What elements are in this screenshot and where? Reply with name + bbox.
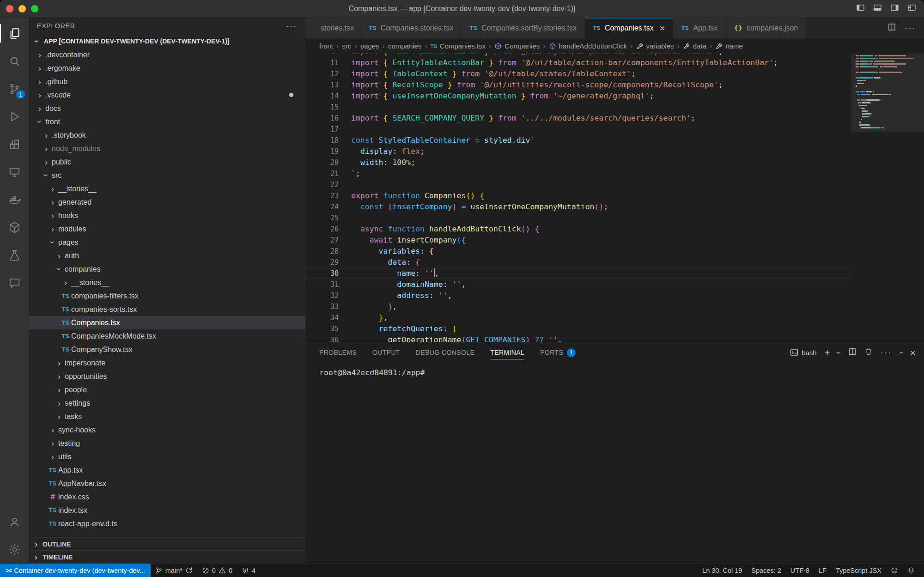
tree-item[interactable]: TSCompanyShow.tsx — [29, 343, 305, 356]
tree-item[interactable]: ›.devcontainer — [29, 48, 305, 61]
tree-item[interactable]: TSCompanies.tsx — [29, 316, 305, 329]
terminal-output[interactable]: root@0a42ecd84891:/app# — [305, 363, 924, 563]
remote-explorer-icon[interactable] — [0, 158, 29, 186]
editor-tab[interactable]: TSCompanies.sortBy.stories.tsx — [462, 18, 585, 38]
tree-item[interactable]: ›pages — [29, 236, 305, 249]
toggle-panel-icon[interactable] — [873, 3, 882, 14]
tree-item[interactable]: #index.css — [29, 490, 305, 504]
breadcrumb-item[interactable]: src — [342, 42, 351, 50]
explorer-section-header[interactable]: › APP [CONTAINER DEV-TWENTY-DEV (DEV-TWE… — [29, 34, 305, 48]
breadcrumb-item[interactable]: handleAddButtonClick — [549, 42, 627, 50]
tree-item[interactable]: ›tasks — [29, 410, 305, 423]
panel-tab-problems[interactable]: PROBLEMS — [319, 342, 357, 363]
editor-tab[interactable]: TSCompanies.stories.tsx — [361, 18, 462, 38]
tree-item[interactable]: ›node_modules — [29, 142, 305, 155]
editor-tab[interactable]: {}companies.json — [726, 18, 807, 38]
tree-item[interactable]: ›opportunities — [29, 370, 305, 383]
run-and-debug-icon[interactable] — [0, 103, 29, 130]
editor-tab[interactable]: TSApp.tsx — [673, 18, 726, 38]
tree-item[interactable]: ›.vscode — [29, 88, 305, 102]
tree-item[interactable]: ›docs — [29, 102, 305, 115]
tree-item[interactable]: ›companies — [29, 262, 305, 276]
minimap[interactable] — [851, 54, 924, 342]
panel-more-actions-icon[interactable]: ··· — [881, 348, 892, 358]
zoom-window-button[interactable] — [31, 5, 38, 12]
split-terminal-icon[interactable] — [848, 347, 857, 358]
extensions-icon[interactable] — [0, 130, 29, 158]
explorer-icon[interactable] — [0, 19, 29, 47]
panel-tab-terminal[interactable]: TERMINAL — [490, 342, 524, 363]
tree-item[interactable]: TSreact-app-env.d.ts — [29, 517, 305, 530]
panel-tab-ports[interactable]: PORTS1 — [540, 342, 576, 363]
timeline-section-header[interactable]: › TIMELINE — [29, 550, 305, 563]
tree-item[interactable]: TSAppNavbar.tsx — [29, 477, 305, 490]
tree-item[interactable]: TSApp.tsx — [29, 463, 305, 477]
editor-more-actions-icon[interactable]: ··· — [905, 23, 916, 33]
tree-item[interactable]: ›testing — [29, 437, 305, 450]
tree-item[interactable]: ›.ergomake — [29, 61, 305, 75]
indentation-indicator[interactable]: Spaces: 2 — [747, 564, 786, 577]
new-terminal-icon[interactable]: + — [825, 347, 830, 358]
close-tab-icon[interactable]: × — [660, 24, 665, 33]
tree-item[interactable]: ›auth — [29, 249, 305, 262]
panel-tab-debug-console[interactable]: DEBUG CONSOLE — [416, 342, 474, 363]
eol-indicator[interactable]: LF — [814, 564, 831, 577]
terminal-shell-selector[interactable]: bash — [790, 348, 817, 357]
breadcrumb-item[interactable]: variables — [636, 42, 674, 50]
tree-item[interactable]: TSindex.tsx — [29, 504, 305, 517]
breadcrumb-item[interactable]: pages — [360, 42, 379, 50]
breadcrumb-item[interactable]: data — [683, 42, 706, 50]
feedback-smiley-icon[interactable] — [886, 564, 903, 577]
tree-item[interactable]: ›generated — [29, 195, 305, 209]
tree-item[interactable]: TScompanies-sorts.tsx — [29, 303, 305, 316]
tree-item[interactable]: ›impersonate — [29, 356, 305, 370]
toggle-secondary-sidebar-icon[interactable] — [890, 3, 900, 14]
maximize-panel-icon[interactable]: › — [897, 351, 905, 354]
notifications-bell-icon[interactable] — [903, 564, 919, 577]
customize-layout-icon[interactable] — [907, 3, 917, 14]
panel-tab-output[interactable]: OUTPUT — [372, 342, 400, 363]
source-control-icon[interactable]: 1 — [0, 75, 29, 103]
breadcrumb-item[interactable]: companies — [388, 42, 422, 50]
search-icon[interactable] — [0, 47, 29, 75]
package-icon[interactable] — [0, 213, 29, 241]
comments-icon[interactable] — [0, 269, 29, 297]
close-window-button[interactable] — [6, 5, 13, 12]
tree-item[interactable]: ›.storybook — [29, 128, 305, 142]
tree-item[interactable]: ›sync-hooks — [29, 423, 305, 437]
toggle-primary-sidebar-icon[interactable] — [856, 3, 865, 14]
problems-indicator[interactable]: 0 0 — [197, 564, 237, 577]
explorer-more-actions-icon[interactable]: ··· — [286, 21, 297, 31]
close-panel-icon[interactable]: × — [910, 348, 916, 358]
breadcrumb-item[interactable]: front — [319, 42, 333, 50]
test-beaker-icon[interactable] — [0, 241, 29, 269]
breadcrumb-item[interactable]: Companies — [494, 42, 540, 50]
split-editor-icon[interactable] — [888, 23, 896, 33]
tree-item[interactable]: ›modules — [29, 222, 305, 236]
ports-indicator[interactable]: 4 — [237, 564, 260, 577]
tree-item[interactable]: ›people — [29, 383, 305, 396]
breadcrumb-item[interactable]: TSCompanies.tsx — [431, 42, 486, 50]
remote-indicator[interactable]: >< Container dev-twenty-dev (dev-twenty-… — [0, 564, 151, 577]
tree-item[interactable]: ›public — [29, 155, 305, 169]
tree-item[interactable]: ›src — [29, 169, 305, 182]
tree-item[interactable]: TScompanies-filters.tsx — [29, 289, 305, 303]
editor-tab[interactable]: stories.tsx — [305, 18, 361, 38]
encoding-indicator[interactable]: UTF-8 — [786, 564, 814, 577]
tree-item[interactable]: ›__stories__ — [29, 276, 305, 289]
tree-item[interactable]: ›.github — [29, 75, 305, 88]
terminal-dropdown-icon[interactable]: › — [835, 351, 843, 354]
minimize-window-button[interactable] — [18, 5, 26, 12]
breadcrumb-item[interactable]: name — [715, 42, 743, 50]
tree-item[interactable]: ›hooks — [29, 209, 305, 222]
language-mode-indicator[interactable]: TypeScript JSX — [831, 564, 886, 577]
tree-item[interactable]: TSCompaniesMockMode.tsx — [29, 329, 305, 343]
editor-tab[interactable]: TSCompanies.tsx× — [585, 18, 673, 38]
tree-item[interactable]: ›utils — [29, 450, 305, 463]
docker-icon[interactable] — [0, 186, 29, 213]
cursor-position-indicator[interactable]: Ln 30, Col 19 — [698, 564, 747, 577]
code-editor[interactable]: 10import { WithTopBarContainer } from '@… — [305, 54, 924, 342]
tree-item[interactable]: ›front — [29, 115, 305, 128]
tree-item[interactable]: ›__stories__ — [29, 182, 305, 195]
settings-gear-icon[interactable] — [0, 535, 29, 563]
